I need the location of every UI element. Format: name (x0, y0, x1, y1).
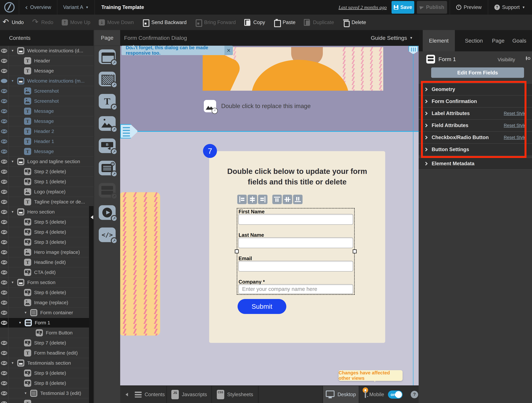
layer-row[interactable]: Hero image (replace) (0, 247, 94, 257)
layer-visibility-toggle[interactable] (0, 86, 8, 96)
preview-button[interactable]: Preview (453, 4, 485, 10)
layer-row[interactable]: Headline (edit) (0, 257, 94, 268)
layer-row[interactable]: Header 1 (0, 136, 94, 147)
mobile-toggle[interactable]: on (388, 390, 403, 399)
collapse-panel-icon[interactable] (120, 393, 133, 396)
step-image[interactable] (120, 192, 160, 336)
expand-arrow-icon[interactable]: ▼ (11, 210, 17, 214)
tab-page[interactable]: Page (488, 30, 508, 51)
javascripts-tab[interactable]: JS Javascripts (167, 386, 212, 403)
form-tool-button[interactable]: ↗ (99, 183, 116, 198)
layer-visibility-toggle[interactable] (0, 46, 8, 56)
app-logo[interactable] (0, 0, 19, 15)
layer-row[interactable]: Header (0, 56, 94, 66)
toolbar-bringfwd-button[interactable]: Bring Forward (195, 19, 236, 26)
support-menu[interactable]: ? Support ▼ (491, 4, 529, 10)
layer-row[interactable]: ▼Form section (0, 278, 94, 288)
layer-visibility-toggle[interactable] (0, 338, 8, 348)
layer-visibility-toggle[interactable] (0, 187, 8, 197)
layer-visibility-toggle[interactable] (0, 257, 8, 267)
layer-row[interactable]: ▼Hero section (0, 207, 94, 217)
layer-visibility-toggle[interactable] (0, 268, 8, 277)
expand-arrow-icon[interactable]: ▼ (11, 361, 17, 365)
toolbar-delete-button[interactable]: Delete (342, 19, 366, 26)
layer-row[interactable]: Step 9 (delete) (0, 368, 94, 378)
layer-row[interactable]: Logo (replace) (0, 187, 94, 197)
canvas-body[interactable]: Double click to replace this image 7 Dou… (120, 46, 419, 385)
layer-row[interactable] (0, 398, 94, 403)
expand-arrow-icon[interactable]: ▼ (24, 391, 30, 395)
align-center-button[interactable] (248, 195, 257, 204)
help-button[interactable]: ? (411, 391, 418, 398)
align-left-button[interactable] (237, 195, 247, 204)
accordion-element-metadata[interactable]: Element Metadata (419, 158, 532, 170)
layer-row[interactable]: Step 1 (delete) (0, 177, 94, 187)
accordion-label-attributes[interactable]: Label AttributesReset Style (419, 107, 532, 119)
layer-row[interactable]: Message (0, 116, 94, 126)
toolbar-paste-button[interactable]: Paste (273, 19, 295, 26)
expand-arrow-icon[interactable]: ▼ (19, 321, 25, 325)
image-placeholder-icon[interactable] (204, 100, 216, 112)
layer-visibility-toggle[interactable] (0, 157, 8, 166)
field-input-email[interactable] (238, 261, 353, 272)
visibility-eye-toggle[interactable] (526, 57, 527, 60)
toolbar-undo-button[interactable]: Undo (3, 19, 24, 26)
reset-style-link[interactable]: Reset Style (504, 111, 526, 116)
form-element-selected[interactable]: First NameLast NameEmailCompany * (237, 208, 355, 295)
layer-visibility-toggle[interactable] (0, 308, 8, 318)
palette-tab-page[interactable]: Page (94, 30, 120, 46)
accordion-geometry[interactable]: Geometry (419, 83, 532, 95)
layer-row[interactable]: Step 5 (delete) (0, 217, 94, 227)
layer-visibility-toggle[interactable] (0, 177, 8, 186)
layer-visibility-toggle[interactable] (0, 358, 8, 368)
back-to-overview[interactable]: ‹ Overview (19, 0, 57, 15)
reset-style-link[interactable]: Reset Style (504, 135, 526, 140)
layer-row[interactable]: CTA (edit) (0, 268, 94, 278)
toolbar-redo-button[interactable]: Redo (32, 19, 53, 26)
resize-handle-right[interactable] (353, 249, 357, 253)
layer-row[interactable]: ▼Testimonials section (0, 358, 94, 368)
mobile-view-button[interactable] (365, 392, 366, 397)
layer-visibility-toggle[interactable] (0, 237, 8, 247)
field-input-last-name[interactable] (238, 237, 353, 248)
reset-style-link[interactable]: Reset Style (504, 123, 526, 128)
button-tool-button[interactable]: ↗ (99, 138, 116, 153)
image-tool-button[interactable]: ↗ (99, 116, 116, 131)
sidebar-collapse-icon[interactable] (91, 215, 93, 219)
layer-row[interactable]: Step 6 (delete) (0, 288, 94, 298)
layer-visibility-toggle[interactable] (0, 167, 8, 176)
layer-visibility-toggle[interactable] (0, 388, 8, 398)
layer-row[interactable]: Screenshot (0, 96, 94, 106)
accordion-field-attributes[interactable]: Field AttributesReset Style (419, 119, 532, 131)
layer-visibility-toggle[interactable] (0, 116, 8, 126)
variant-selector[interactable]: Variant A ▼ (57, 0, 95, 15)
layer-row[interactable]: Message (0, 147, 94, 157)
layer-visibility-toggle[interactable] (0, 398, 8, 403)
layer-row[interactable]: Step 2 (delete) (0, 167, 94, 177)
layer-visibility-toggle[interactable] (0, 227, 8, 237)
layer-row[interactable]: ▼Welcome instructions (m... (0, 76, 94, 86)
section-tool-button[interactable]: ↗ (99, 49, 116, 64)
layer-visibility-toggle[interactable] (0, 348, 8, 358)
layer-visibility-toggle[interactable] (0, 328, 8, 338)
expand-arrow-icon[interactable]: ▼ (11, 281, 17, 284)
layer-visibility-toggle[interactable] (0, 126, 8, 136)
layer-row[interactable]: Form headline (edit) (0, 348, 94, 358)
layer-row[interactable]: ▼Form container (0, 308, 94, 318)
expand-arrow-icon[interactable]: ▼ (11, 49, 17, 52)
layer-visibility-toggle[interactable] (0, 378, 8, 388)
layer-visibility-toggle[interactable] (0, 247, 8, 257)
close-icon[interactable] (224, 46, 233, 55)
toolbar-duplicate-button[interactable]: Duplicate (304, 19, 334, 26)
toolbar-moveup-button[interactable]: Move Up (62, 19, 90, 26)
layer-row[interactable]: Image (replace) (0, 298, 94, 308)
align-top-button[interactable] (272, 195, 282, 204)
save-button[interactable]: Save (392, 1, 414, 14)
layer-row[interactable]: ▼Form 1 (0, 318, 94, 328)
field-input-company[interactable] (238, 284, 353, 294)
layer-row[interactable]: ▼Logo and tagline section (0, 157, 94, 167)
layer-visibility-toggle[interactable] (0, 217, 8, 227)
html-tool-button[interactable]: ↗ (99, 228, 116, 242)
expand-arrow-icon[interactable]: ▼ (11, 79, 17, 83)
layer-visibility-toggle[interactable] (0, 288, 8, 297)
